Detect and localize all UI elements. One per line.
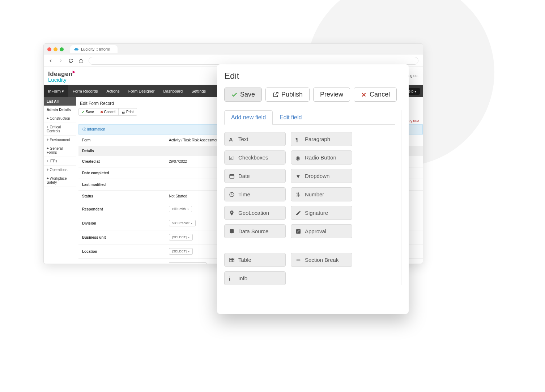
logo-text-sub: Lucidity bbox=[48, 77, 75, 82]
field-signature[interactable]: Signature bbox=[291, 206, 352, 220]
field-data-source[interactable]: Data Source bbox=[224, 224, 286, 238]
clock-icon bbox=[229, 192, 235, 197]
project-select[interactable]: Bond Street Station bbox=[169, 262, 206, 264]
tab-title: Lucidity :: Inform bbox=[81, 47, 110, 51]
edit-dialog: Edit Save Publish Preview Cancel Add new… bbox=[217, 64, 409, 314]
check-icon: ✔ bbox=[82, 110, 85, 114]
field-approval[interactable]: Approval bbox=[291, 224, 352, 238]
field-text[interactable]: AText bbox=[224, 132, 286, 146]
field-radio[interactable]: ◉Radio Button bbox=[291, 150, 352, 165]
reload-icon[interactable] bbox=[68, 58, 73, 63]
x-icon: ✖ bbox=[100, 110, 103, 114]
traffic-lights bbox=[47, 47, 64, 51]
x-icon bbox=[361, 91, 367, 98]
field-dropdown[interactable]: ▼Dropdown bbox=[291, 169, 352, 183]
respondent-select[interactable]: Bill Smith bbox=[169, 206, 192, 212]
sidebar: List All Admin Details + Construction + … bbox=[44, 97, 76, 264]
sidebar-list-all[interactable]: List All bbox=[44, 97, 76, 106]
dialog-toolbar: Save Publish Preview Cancel bbox=[224, 88, 401, 102]
cancel-button[interactable]: Cancel bbox=[354, 88, 397, 102]
menu-form-designer[interactable]: Form Designer bbox=[124, 85, 159, 97]
check-icon bbox=[231, 91, 238, 98]
field-checkboxes[interactable]: ☑Checkboxes bbox=[224, 150, 286, 165]
dropdown-icon: ▼ bbox=[295, 173, 301, 179]
section-break-icon bbox=[295, 257, 301, 263]
field-table[interactable]: Table bbox=[224, 253, 286, 267]
field-info[interactable]: iInfo bbox=[224, 271, 286, 285]
menu-dashboard[interactable]: Dashboard bbox=[159, 85, 187, 97]
form-value: Activity / Task Risk Assessment bbox=[169, 138, 219, 142]
forward-icon[interactable] bbox=[58, 58, 63, 63]
pencil-icon bbox=[295, 210, 301, 216]
radio-icon: ◉ bbox=[295, 155, 301, 161]
sidebar-item-critical-controls[interactable]: + Critical Controls bbox=[44, 123, 76, 136]
calendar-icon bbox=[229, 173, 235, 179]
print-icon: 🖨 bbox=[122, 110, 125, 114]
menu-inform[interactable]: InForm ▾ bbox=[44, 85, 68, 97]
dialog-title: Edit bbox=[224, 71, 401, 81]
division-select[interactable]: VIC Precast bbox=[169, 220, 196, 226]
tab-edit-field[interactable]: Edit field bbox=[273, 110, 308, 125]
url-input[interactable] bbox=[89, 57, 418, 65]
menu-settings[interactable]: Settings bbox=[187, 85, 210, 97]
svg-text:9: 9 bbox=[298, 195, 299, 197]
location-icon bbox=[229, 210, 235, 216]
business-unit-select[interactable]: [SELECT] bbox=[169, 234, 193, 240]
save-button-small[interactable]: ✔Save bbox=[79, 108, 97, 115]
field-section-break[interactable]: Section Break bbox=[291, 253, 352, 267]
svg-rect-6 bbox=[230, 258, 234, 262]
logo-text-top: Ideagen bbox=[48, 71, 73, 77]
menu-form-records[interactable]: Form Records bbox=[68, 85, 102, 97]
home-icon[interactable] bbox=[78, 58, 84, 63]
logo: Ideagen▸ Lucidity bbox=[48, 69, 75, 82]
database-icon bbox=[229, 229, 235, 234]
number-icon: 19 bbox=[295, 192, 301, 197]
checkbox-icon: ☑ bbox=[229, 155, 235, 161]
publish-icon bbox=[272, 91, 279, 98]
field-tabs: Add new field Edit field bbox=[224, 110, 395, 125]
svg-text:1: 1 bbox=[298, 192, 299, 194]
logo-arrow-icon: ▸ bbox=[73, 69, 76, 74]
info-icon: i bbox=[229, 276, 235, 281]
browser-tab[interactable]: Lucidity :: Inform bbox=[70, 45, 118, 53]
print-button-small[interactable]: 🖨Print bbox=[119, 108, 137, 115]
form-label: Form bbox=[82, 138, 169, 142]
overlay-divider bbox=[401, 110, 401, 285]
field-paragraph[interactable]: ¶Paragraph bbox=[291, 132, 352, 146]
field-grid-2: Table Section Break iInfo bbox=[224, 253, 395, 285]
sidebar-item-environment[interactable]: + Environment bbox=[44, 136, 76, 144]
field-time[interactable]: Time bbox=[224, 187, 286, 201]
browser-tab-bar: Lucidity :: Inform bbox=[44, 44, 423, 55]
minimize-window-icon[interactable] bbox=[54, 47, 58, 51]
back-icon[interactable] bbox=[48, 58, 53, 63]
sidebar-item-operations[interactable]: + Operations bbox=[44, 166, 76, 174]
tab-add-new-field[interactable]: Add new field bbox=[224, 110, 273, 125]
field-grid: AText ¶Paragraph ☑Checkboxes ◉Radio Butt… bbox=[224, 132, 395, 238]
sidebar-item-itps[interactable]: + ITPs bbox=[44, 157, 76, 166]
sidebar-item-general-forms[interactable]: + General Forms bbox=[44, 144, 76, 157]
field-number[interactable]: 19Number bbox=[291, 187, 352, 201]
menu-actions[interactable]: Actions bbox=[102, 85, 124, 97]
sidebar-admin-details[interactable]: Admin Details bbox=[44, 106, 76, 114]
svg-rect-7 bbox=[297, 259, 301, 260]
paragraph-icon: ¶ bbox=[295, 136, 301, 142]
table-icon bbox=[229, 257, 235, 263]
action-button-row: ✔Save ✖Cancel 🖨Print bbox=[78, 108, 137, 116]
text-icon: A bbox=[229, 136, 235, 142]
cancel-button-small[interactable]: ✖Cancel bbox=[97, 108, 119, 115]
info-icon: ⓘ bbox=[82, 127, 86, 131]
location-select[interactable]: [SELECT] bbox=[169, 248, 193, 255]
publish-button[interactable]: Publish bbox=[265, 88, 310, 102]
maximize-window-icon[interactable] bbox=[60, 47, 64, 51]
approval-icon bbox=[295, 229, 301, 234]
svg-rect-0 bbox=[230, 174, 234, 178]
sidebar-item-construction[interactable]: + Construction bbox=[44, 114, 76, 123]
cloud-icon bbox=[74, 47, 79, 52]
preview-button[interactable]: Preview bbox=[313, 88, 350, 102]
close-window-icon[interactable] bbox=[47, 47, 51, 51]
save-button[interactable]: Save bbox=[224, 88, 262, 102]
field-date[interactable]: Date bbox=[224, 169, 286, 183]
field-geolocation[interactable]: GeoLocation bbox=[224, 206, 286, 220]
sidebar-item-workplace-safety[interactable]: + Workplace Safety bbox=[44, 174, 76, 187]
